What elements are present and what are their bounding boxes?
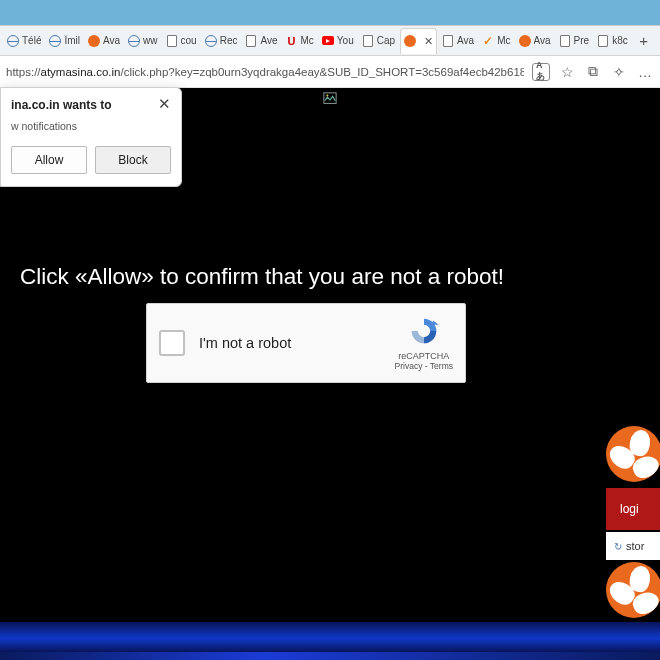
globe-icon [205,35,217,47]
browser-tab[interactable]: ww [125,28,160,54]
login-promo-box[interactable]: logi [606,488,660,530]
browser-tab[interactable]: UMc [283,28,317,54]
recaptcha-brand-text: reCAPTCHA [395,351,453,361]
browser-tab[interactable]: ✕ [400,28,437,54]
svg-marker-2 [433,320,439,324]
store-label: stor [626,540,644,552]
block-button[interactable]: Block [95,146,171,174]
recaptcha-checkbox[interactable] [159,330,185,356]
document-icon [362,35,374,47]
document-icon [166,35,178,47]
win11-taskbar [0,652,660,660]
browser-tab[interactable]: ✓Mc [479,28,513,54]
corner-promo-stack: logi ↻ stor [606,426,660,618]
document-icon [559,35,571,47]
recaptcha-small-icon: ↻ [614,541,622,552]
favorite-star-icon[interactable]: ☆ [558,63,576,81]
avast-icon [519,35,531,47]
notification-permission-popup: ✕ ina.co.in wants to w notifications All… [0,87,182,187]
browser-tab[interactable]: Ava [439,28,477,54]
tab-label: You [337,35,354,46]
collections-icon[interactable]: ⧉ [584,63,602,81]
avast-orb-icon[interactable] [606,562,660,618]
tab-label: Pre [574,35,590,46]
tab-label: Cap [377,35,395,46]
tab-strip: TéléÎmilAvawwcouRecAveUMcYouCap✕Ava✓McAv… [0,26,660,56]
browser-tab[interactable]: Îmil [46,28,83,54]
tab-label: Ave [260,35,277,46]
tab-label: ww [143,35,157,46]
browser-tab[interactable]: Rec [202,28,241,54]
allow-button[interactable]: Allow [11,146,87,174]
reading-view-icon[interactable]: Aあ [532,63,550,81]
tab-label: Mc [497,35,510,46]
youtube-icon [322,35,334,47]
store-promo-box[interactable]: ↻ stor [606,532,660,560]
tab-close-icon[interactable]: ✕ [424,35,433,48]
tab-label: cou [181,35,197,46]
recaptcha-widget: I'm not a robot reCAPTCHA Privacy - Term… [146,303,466,383]
url-host: atymasina.co.in [41,66,121,78]
document-icon [597,35,609,47]
browser-tab[interactable]: cou [163,28,200,54]
avast-icon [88,35,100,47]
tab-label: k8c [612,35,628,46]
recaptcha-logo-icon [406,316,442,346]
browser-tab[interactable]: Télé [4,28,44,54]
check-icon: ✓ [482,35,494,47]
tab-label: Ava [103,35,120,46]
globe-icon [7,35,19,47]
document-icon [442,35,454,47]
recaptcha-label: I'm not a robot [199,335,291,351]
win11-wallpaper-strip [0,618,660,652]
notification-subtext: w notifications [11,120,171,132]
notification-title: ina.co.in wants to [11,98,171,112]
address-bar: https://atymasina.co.in/click.php?key=zq… [0,56,660,88]
browser-tab[interactable]: Ave [242,28,280,54]
globe-icon [49,35,61,47]
broken-image-icon [323,92,337,106]
extensions-icon[interactable]: ✧ [610,63,628,81]
tab-label: Ava [534,35,551,46]
url-box[interactable]: https://atymasina.co.in/click.php?key=zq… [6,66,524,78]
browser-tab[interactable]: k8c [594,28,631,54]
url-scheme: https:// [6,66,41,78]
recaptcha-branding: reCAPTCHA Privacy - Terms [395,316,453,371]
close-icon[interactable]: ✕ [158,96,171,111]
tab-label: Télé [22,35,41,46]
recaptcha-terms-link[interactable]: Terms [430,361,453,371]
browser-tab[interactable]: Ava [85,28,123,54]
browser-tab[interactable]: You [319,28,357,54]
recaptcha-privacy-link[interactable]: Privacy [395,361,423,371]
new-tab-button[interactable]: + [633,32,655,49]
tab-label: Ava [457,35,474,46]
url-path: /click.php?key=zqb0urn3yqdrakga4eay&SUB_… [120,66,524,78]
globe-icon [128,35,140,47]
scam-headline: Click «Allow» to confirm that you are no… [20,264,640,290]
tab-label: Mc [301,35,314,46]
browser-tab[interactable]: Pre [556,28,593,54]
browser-tab[interactable]: Ava [516,28,554,54]
more-icon[interactable]: … [636,63,654,81]
document-icon [245,35,257,47]
browser-tab[interactable]: Cap [359,28,398,54]
avast-icon [404,35,416,47]
mcafee-icon: U [286,35,298,47]
tab-label: Îmil [64,35,80,46]
svg-point-1 [326,94,328,96]
tab-label: Rec [220,35,238,46]
avast-orb-icon[interactable] [606,426,660,482]
